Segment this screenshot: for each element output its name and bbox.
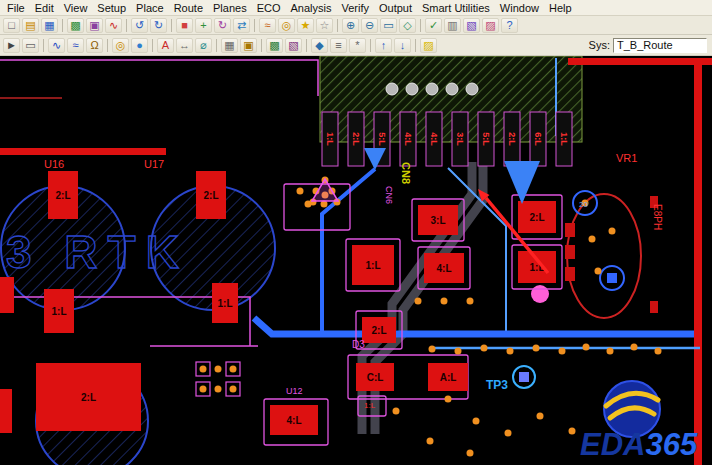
sys-route-mode-input[interactable]: T_B_Route — [613, 38, 707, 53]
display-control-icon[interactable]: ▩ — [67, 18, 84, 33]
via — [583, 344, 590, 351]
layer-display-icon[interactable]: ▧ — [463, 18, 480, 33]
add-trace-icon[interactable]: ∿ — [48, 38, 65, 53]
round-pad[interactable] — [446, 83, 458, 95]
file-open-icon[interactable]: ▤ — [22, 18, 39, 33]
view-3d-icon[interactable]: ◆ — [311, 38, 328, 53]
vr1-pad-1 — [565, 223, 575, 237]
via — [505, 430, 512, 437]
color-settings-icon[interactable]: ▨ — [482, 18, 499, 33]
zoom-fit-icon[interactable]: ▭ — [380, 18, 397, 33]
sys-mode-icon[interactable]: ▨ — [420, 38, 437, 53]
menu-view[interactable]: View — [59, 2, 93, 14]
group-icon[interactable]: ▦ — [221, 38, 238, 53]
round-pad[interactable] — [426, 83, 438, 95]
drc-check-icon[interactable]: ✓ — [425, 18, 442, 33]
window-select-icon[interactable]: ▭ — [22, 38, 39, 53]
unhighlight-icon[interactable]: ☆ — [316, 18, 333, 33]
menu-analysis[interactable]: Analysis — [285, 2, 336, 14]
menu-route[interactable]: Route — [169, 2, 208, 14]
label-cn6: CN6 — [384, 186, 394, 204]
via — [559, 348, 566, 355]
menu-file[interactable]: File — [2, 2, 30, 14]
measure-icon[interactable]: ⌀ — [195, 38, 212, 53]
highlight-icon[interactable]: ★ — [297, 18, 314, 33]
scripts-icon[interactable]: ≡ — [330, 38, 347, 53]
power-trace-right[interactable] — [694, 58, 702, 465]
round-pad[interactable] — [466, 83, 478, 95]
vr1-pad-2 — [565, 245, 575, 259]
zoom-out-icon[interactable]: ⊖ — [361, 18, 378, 33]
pcb-editor-canvas[interactable]: 2:L2:L1:L1:L2:L1:L3:L4:L2:L1:L2:LC:LA:L4… — [0, 56, 712, 465]
menu-output[interactable]: Output — [374, 2, 417, 14]
layer-down-icon[interactable]: ↓ — [394, 38, 411, 53]
multi-trace-icon[interactable]: ≈ — [67, 38, 84, 53]
menu-bar: FileEditViewSetupPlaceRoutePlanesECOAnal… — [0, 0, 712, 16]
add-text-icon[interactable]: A — [157, 38, 174, 53]
vr1-pad-3 — [565, 267, 575, 281]
via — [455, 348, 462, 355]
help-icon[interactable]: ? — [501, 18, 518, 33]
file-save-icon[interactable]: ▦ — [41, 18, 58, 33]
menu-edit[interactable]: Edit — [30, 2, 59, 14]
pad-label: 1:L — [218, 298, 233, 309]
via — [215, 366, 222, 373]
menu-place[interactable]: Place — [131, 2, 169, 14]
pad-label: 1:L — [52, 306, 67, 317]
settings-icon[interactable]: * — [349, 38, 366, 53]
zoom-in-icon[interactable]: ⊕ — [342, 18, 359, 33]
cn8-pad-label: 4:L — [429, 132, 439, 146]
sys-label: Sys: — [589, 39, 610, 51]
toolbar-separator — [337, 19, 338, 32]
menu-verify[interactable]: Verify — [336, 2, 374, 14]
dimension-icon[interactable]: ↔ — [176, 38, 193, 53]
power-trace-top-left[interactable] — [0, 148, 166, 155]
via — [445, 396, 452, 403]
power-trace-top-right[interactable] — [568, 58, 712, 65]
menu-smart-utilities[interactable]: Smart Utilities — [417, 2, 495, 14]
netlines-icon[interactable]: ∿ — [105, 18, 122, 33]
menu-setup[interactable]: Setup — [92, 2, 131, 14]
menu-window[interactable]: Window — [495, 2, 544, 14]
menu-planes[interactable]: Planes — [208, 2, 252, 14]
plane-split-icon[interactable]: ▧ — [285, 38, 302, 53]
cn8-pad-label: 1:L — [559, 132, 569, 146]
pad-label: 2:L — [372, 325, 387, 336]
lock-icon[interactable]: ▣ — [240, 38, 257, 53]
via — [305, 201, 312, 208]
tune-trace-icon[interactable]: Ω — [86, 38, 103, 53]
move-icon[interactable]: + — [195, 18, 212, 33]
add-via-icon[interactable]: ◎ — [278, 18, 295, 33]
cell-editor-icon[interactable]: ▣ — [86, 18, 103, 33]
via — [631, 344, 638, 351]
undo-icon[interactable]: ↺ — [131, 18, 148, 33]
via — [467, 450, 474, 457]
pan-icon[interactable]: ◇ — [399, 18, 416, 33]
pad-label: 2:L — [81, 392, 96, 403]
mirror-icon[interactable]: ⇄ — [233, 18, 250, 33]
label-3-rtk: 3 RTK — [6, 226, 189, 278]
route-icon[interactable]: ≈ — [259, 18, 276, 33]
round-pad[interactable] — [406, 83, 418, 95]
select-mode-icon[interactable]: ► — [3, 38, 20, 53]
layer-up-icon[interactable]: ↑ — [375, 38, 392, 53]
place-parts-icon[interactable]: ■ — [176, 18, 193, 33]
via-mode-icon[interactable]: ◎ — [112, 38, 129, 53]
menu-help[interactable]: Help — [544, 2, 577, 14]
redo-icon[interactable]: ↻ — [150, 18, 167, 33]
report-icon[interactable]: ▥ — [444, 18, 461, 33]
toolbar-separator — [254, 19, 255, 32]
cn8-pad-label: 1:L — [325, 132, 335, 146]
plane-fill-icon[interactable]: ▩ — [266, 38, 283, 53]
toolbar-separator — [306, 39, 307, 52]
label-vr1: VR1 — [616, 152, 637, 164]
toolbar-separator — [62, 19, 63, 32]
rotate-icon[interactable]: ↻ — [214, 18, 231, 33]
file-new-icon[interactable]: □ — [3, 18, 20, 33]
label-d3: D3 — [352, 339, 365, 350]
via — [393, 408, 400, 415]
round-pad[interactable] — [386, 83, 398, 95]
pcb-canvas[interactable]: 2:L2:L1:L1:L2:L1:L3:L4:L2:L1:L2:LC:LA:L4… — [0, 56, 712, 465]
test-point-icon[interactable]: ● — [131, 38, 148, 53]
menu-eco[interactable]: ECO — [252, 2, 286, 14]
